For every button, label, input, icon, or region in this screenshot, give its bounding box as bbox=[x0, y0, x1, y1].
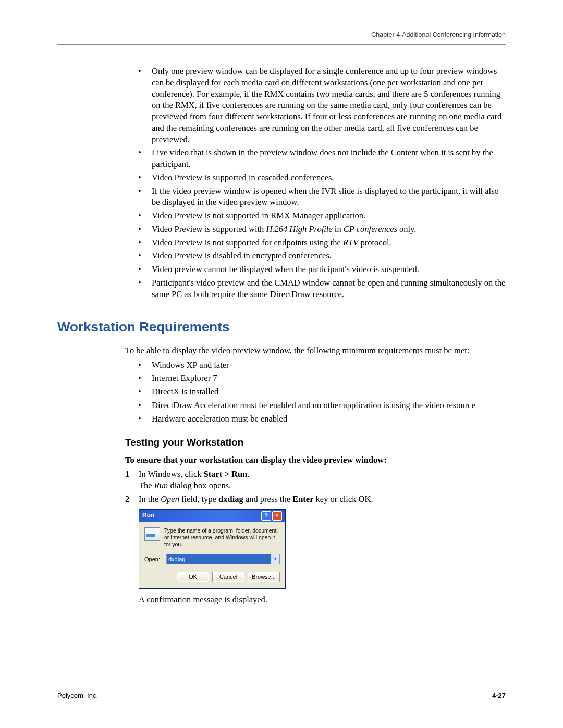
bullet-text: in bbox=[333, 224, 344, 234]
step-text: . bbox=[247, 469, 249, 479]
help-button[interactable]: ? bbox=[261, 511, 271, 521]
step-item: 1 In Windows, click Start > Run. The Run… bbox=[125, 468, 506, 491]
titlebar-buttons: ? × bbox=[261, 511, 282, 521]
bullet-text: only. bbox=[397, 224, 417, 234]
bullet-text: If the video preview window is opened wh… bbox=[152, 186, 499, 207]
run-dialog-titlebar: Run ? × bbox=[139, 510, 285, 522]
ok-button[interactable]: OK bbox=[177, 572, 209, 582]
bullet-text: DirectDraw Acceleration must be enabled … bbox=[152, 400, 475, 410]
list-item: Live video that is shown in the preview … bbox=[138, 147, 506, 170]
run-dialog-description: Type the name of a program, folder, docu… bbox=[164, 527, 280, 548]
intro-paragraph: To be able to display the video preview … bbox=[125, 345, 506, 356]
open-input[interactable] bbox=[167, 554, 271, 564]
list-item: DirectDraw Acceleration must be enabled … bbox=[138, 400, 506, 411]
chevron-down-icon[interactable]: ▾ bbox=[271, 554, 279, 564]
list-item: Video preview cannot be displayed when t… bbox=[138, 264, 506, 275]
close-button[interactable]: × bbox=[272, 511, 282, 521]
step-text: and press the bbox=[243, 494, 292, 504]
bullet-text: DirectX is installed bbox=[152, 387, 218, 397]
open-label: Open: bbox=[144, 556, 162, 563]
steps-list: 1 In Windows, click Start > Run. The Run… bbox=[125, 468, 506, 504]
open-row: Open: ▾ bbox=[144, 554, 280, 564]
bullet-text: Hardware acceleration must be enabled bbox=[152, 414, 287, 424]
section-heading: Workstation Requirements bbox=[57, 318, 506, 336]
list-item: Hardware acceleration must be enabled bbox=[138, 413, 506, 425]
subsection-heading: Testing your Workstation bbox=[125, 436, 506, 449]
bullet-text: Participant's video preview and the CMAD… bbox=[152, 278, 505, 299]
cancel-button[interactable]: Cancel bbox=[212, 572, 244, 582]
bullet-text: Video Preview is not supported in RMX Ma… bbox=[152, 211, 365, 220]
run-dialog-top: Type the name of a program, folder, docu… bbox=[144, 527, 280, 548]
list-item: Video Preview is disabled in encrypted c… bbox=[138, 250, 506, 262]
list-item: Video Preview is not supported in RMX Ma… bbox=[138, 210, 506, 221]
step-text: The bbox=[139, 480, 154, 490]
bullet-text: Video Preview is not supported for endpo… bbox=[152, 238, 343, 248]
run-icon bbox=[144, 527, 160, 541]
page-footer: Polycom, Inc. 4-27 bbox=[57, 688, 506, 699]
list-item: Video Preview is not supported for endpo… bbox=[138, 237, 506, 249]
bullet-text: Video preview cannot be displayed when t… bbox=[152, 264, 419, 274]
step-text: In Windows, click bbox=[139, 469, 204, 479]
step-number: 1 bbox=[125, 468, 129, 480]
bullet-text: Live video that is shown in the preview … bbox=[152, 147, 493, 169]
bullet-text: Video Preview is disabled in encrypted c… bbox=[152, 251, 332, 261]
step-text: In the bbox=[139, 494, 161, 504]
step-text: key or click OK. bbox=[313, 494, 373, 504]
italic-text: RTV bbox=[343, 238, 358, 248]
browse-button[interactable]: Browse... bbox=[248, 572, 280, 582]
chapter-header: Chapter 4-Additional Conferencing Inform… bbox=[57, 31, 506, 39]
run-dialog-body: Type the name of a program, folder, docu… bbox=[139, 522, 285, 588]
page-content: Only one preview window can be displayed… bbox=[57, 66, 506, 606]
list-item: Participant's video preview and the CMAD… bbox=[138, 277, 506, 300]
italic-text: Open bbox=[161, 494, 179, 504]
bold-text: Enter bbox=[292, 494, 313, 504]
italic-text: Run bbox=[154, 480, 168, 490]
run-dialog-title: Run bbox=[142, 512, 154, 520]
list-item: DirectX is installed bbox=[138, 386, 506, 398]
bold-text: dxdiag bbox=[218, 494, 243, 504]
lead-paragraph: To ensure that your workstation can disp… bbox=[125, 454, 506, 466]
bullet-text: Video Preview is supported with bbox=[152, 224, 266, 234]
header-rule bbox=[57, 44, 506, 45]
italic-text: H.264 High Profile bbox=[266, 224, 332, 234]
step-text: field, type bbox=[179, 494, 218, 504]
footer-left: Polycom, Inc. bbox=[57, 692, 98, 699]
open-combobox[interactable]: ▾ bbox=[166, 554, 280, 564]
list-item: Only one preview window can be displayed… bbox=[138, 66, 506, 145]
list-item: Video Preview is supported with H.264 Hi… bbox=[138, 224, 506, 235]
list-item: Windows XP and later bbox=[138, 360, 506, 371]
top-bullet-list: Only one preview window can be displayed… bbox=[138, 66, 506, 300]
bullet-text: Internet Explorer 7 bbox=[152, 373, 217, 383]
run-dialog: Run ? × Type the name of a program, fold… bbox=[139, 509, 286, 589]
footer-page-number: 4-27 bbox=[492, 692, 506, 699]
after-image-text: A confirmation message is displayed. bbox=[139, 594, 506, 606]
bold-text: Start > Run bbox=[204, 469, 248, 479]
italic-text: CP conferences bbox=[344, 224, 397, 234]
requirements-list: Windows XP and later Internet Explorer 7… bbox=[138, 360, 506, 425]
bullet-text: Video Preview is supported in cascaded c… bbox=[152, 172, 334, 182]
list-item: If the video preview window is opened wh… bbox=[138, 186, 506, 208]
dialog-button-row: OK Cancel Browse... bbox=[144, 572, 280, 582]
document-page: Chapter 4-Additional Conferencing Inform… bbox=[0, 0, 563, 728]
step-text: dialog box opens. bbox=[168, 480, 231, 490]
step-number: 2 bbox=[125, 493, 129, 505]
list-item: Video Preview is supported in cascaded c… bbox=[138, 172, 506, 183]
bullet-text: Windows XP and later bbox=[152, 360, 229, 370]
bullet-text: Only one preview window can be displayed… bbox=[152, 66, 501, 144]
bullet-text: protocol. bbox=[358, 238, 391, 248]
list-item: Internet Explorer 7 bbox=[138, 373, 506, 384]
step-item: 2 In the Open field, type dxdiag and pre… bbox=[125, 493, 506, 505]
